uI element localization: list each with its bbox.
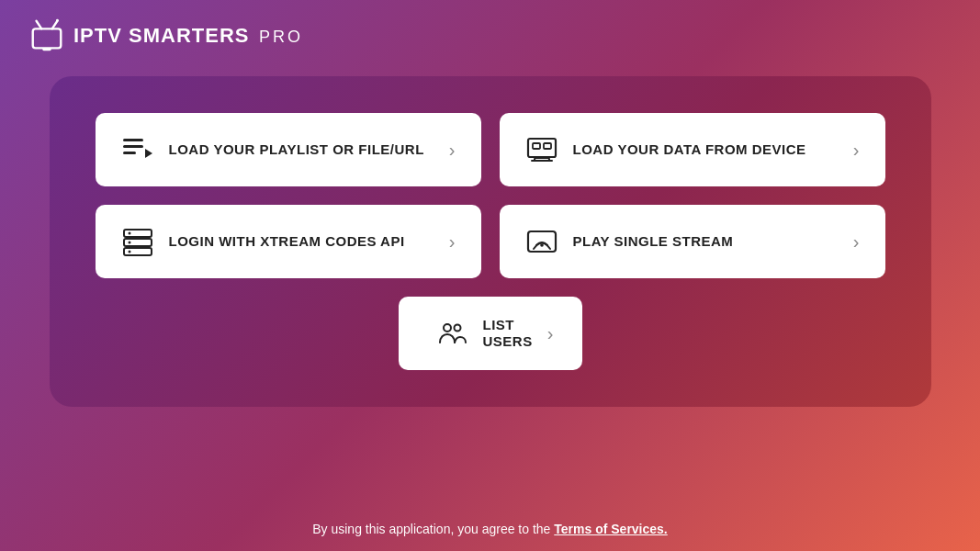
svg-point-17 <box>128 232 130 235</box>
load-device-button[interactable]: LOAD YOUR DATA FROM DEVICE › <box>500 113 885 186</box>
svg-rect-7 <box>123 152 136 154</box>
svg-point-18 <box>128 242 130 244</box>
list-users-label: LIST USERS <box>483 317 533 350</box>
svg-rect-5 <box>123 139 143 141</box>
svg-rect-0 <box>33 28 62 48</box>
terms-link[interactable]: Terms of Services. <box>554 522 667 536</box>
svg-point-19 <box>128 251 130 253</box>
svg-rect-6 <box>123 145 143 148</box>
list-users-button[interactable]: LIST USERS › <box>399 297 582 370</box>
button-row-1: LOAD YOUR PLAYLIST OR FILE/URL › <box>96 113 885 186</box>
footer-text: By using this application, you agree to … <box>312 522 554 536</box>
footer: By using this application, you agree to … <box>0 507 980 551</box>
play-stream-button[interactable]: PLAY SINGLE STREAM › <box>500 205 885 278</box>
svg-line-1 <box>37 21 42 29</box>
chevron-right-icon: › <box>449 140 456 161</box>
load-device-label: LOAD YOUR DATA FROM DEVICE <box>573 141 806 158</box>
logo: IPTV SMARTERS PRO <box>28 17 303 55</box>
svg-point-3 <box>56 19 59 22</box>
svg-rect-13 <box>544 143 551 149</box>
xtream-icon <box>121 225 154 258</box>
device-icon <box>525 133 558 166</box>
header: IPTV SMARTERS PRO <box>0 0 980 72</box>
stream-icon <box>525 225 558 258</box>
chevron-right-icon-3: › <box>449 231 456 253</box>
play-stream-label: PLAY SINGLE STREAM <box>573 233 734 250</box>
svg-point-23 <box>454 325 460 332</box>
button-row-2: LOGIN WITH XTREAM CODES API › PLAY SIN <box>96 205 885 278</box>
chevron-right-icon-4: › <box>853 231 860 253</box>
svg-marker-8 <box>145 149 152 158</box>
chevron-right-icon-2: › <box>853 140 860 161</box>
svg-rect-12 <box>533 143 540 149</box>
logo-text: IPTV SMARTERS PRO <box>73 24 303 48</box>
playlist-icon <box>121 133 154 166</box>
tv-icon <box>28 17 66 55</box>
users-icon <box>435 317 468 350</box>
load-playlist-button[interactable]: LOAD YOUR PLAYLIST OR FILE/URL › <box>96 113 481 186</box>
load-playlist-label: LOAD YOUR PLAYLIST OR FILE/URL <box>169 141 424 158</box>
svg-line-2 <box>52 21 58 29</box>
chevron-right-icon-5: › <box>547 323 554 344</box>
xtream-codes-button[interactable]: LOGIN WITH XTREAM CODES API › <box>96 205 481 278</box>
svg-point-22 <box>444 324 451 332</box>
main-card: LOAD YOUR PLAYLIST OR FILE/URL › <box>50 76 931 407</box>
xtream-label: LOGIN WITH XTREAM CODES API <box>169 233 405 250</box>
svg-point-21 <box>540 243 544 247</box>
center-row: LIST USERS › <box>96 297 885 370</box>
svg-rect-4 <box>42 48 51 51</box>
